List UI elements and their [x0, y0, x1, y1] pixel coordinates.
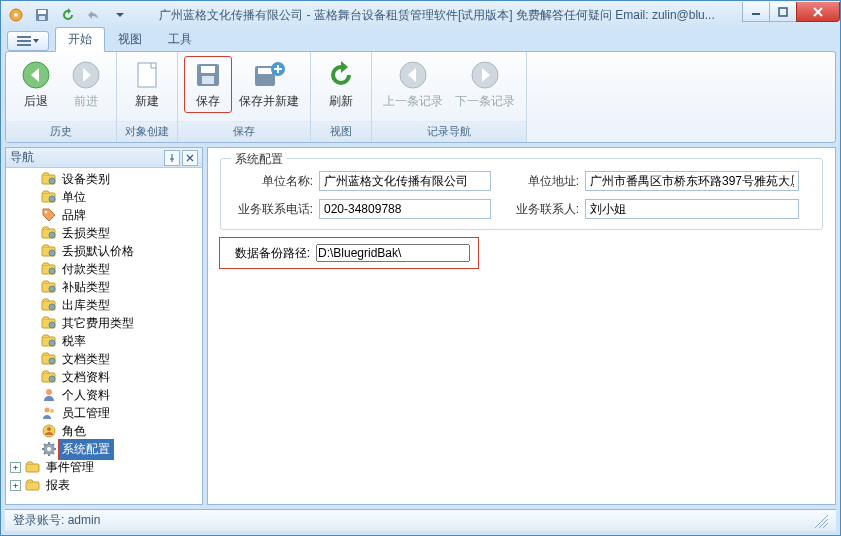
tree-node[interactable]: 丢损默认价格	[24, 242, 202, 260]
save-button[interactable]: 保存	[184, 56, 232, 113]
tree-expander	[26, 426, 37, 437]
svg-point-37	[49, 322, 55, 328]
ribbon-group-label: 保存	[178, 121, 310, 142]
qat-undo-button[interactable]	[83, 4, 105, 26]
tree-expander	[26, 174, 37, 185]
window-controls	[743, 2, 840, 24]
tree-expander	[26, 354, 37, 365]
tree-node[interactable]: 文档类型	[24, 350, 202, 368]
tree-node[interactable]: 丢损类型	[24, 224, 202, 242]
svg-point-29	[49, 250, 55, 256]
tree-node[interactable]: 系统配置	[24, 440, 202, 458]
tree-node-label: 文档类型	[59, 350, 113, 369]
app-menu-button[interactable]	[7, 31, 49, 51]
close-button[interactable]	[796, 2, 840, 22]
resize-grip-icon[interactable]	[814, 514, 828, 528]
nav-pin-button[interactable]	[164, 150, 180, 166]
svg-rect-52	[26, 482, 39, 490]
svg-rect-3	[38, 10, 46, 14]
svg-point-33	[49, 286, 55, 292]
ribbon-group-label: 记录导航	[372, 121, 526, 142]
tab-view[interactable]: 视图	[105, 27, 155, 51]
tree-node[interactable]: 设备类别	[24, 170, 202, 188]
nav-tree[interactable]: 设备类别单位品牌丢损类型丢损默认价格付款类型补贴类型出库类型其它费用类型税率文档…	[6, 168, 202, 504]
tree-node[interactable]: 员工管理	[24, 404, 202, 422]
contact-input[interactable]	[585, 199, 799, 219]
tree-node[interactable]: 角色	[24, 422, 202, 440]
ribbon-group-label: 视图	[311, 121, 371, 142]
tree-node[interactable]: 单位	[24, 188, 202, 206]
tree-expander	[26, 336, 37, 347]
tree-expander	[26, 408, 37, 419]
ribbon-group-save: 保存 保存并新建 保存	[178, 52, 311, 142]
ribbon-group-view: 刷新 视图	[311, 52, 372, 142]
tree-node[interactable]: 品牌	[24, 206, 202, 224]
address-label: 单位地址:	[497, 173, 579, 190]
tree-node[interactable]: 其它费用类型	[24, 314, 202, 332]
tree-expander	[26, 192, 37, 203]
folder-icon	[25, 459, 41, 475]
tree-expander	[26, 300, 37, 311]
tab-tools[interactable]: 工具	[155, 27, 205, 51]
qat-refresh-button[interactable]	[57, 4, 79, 26]
tree-node[interactable]: 付款类型	[24, 260, 202, 278]
new-icon	[133, 60, 161, 90]
nav-close-button[interactable]	[182, 150, 198, 166]
svg-point-43	[49, 376, 55, 382]
system-config-group: 系统配置 单位名称: 单位地址: 业务联系电话: 业务联系人:	[220, 158, 823, 230]
disk-icon	[34, 7, 50, 23]
folder-gear-icon	[41, 243, 57, 259]
chevron-down-icon	[33, 38, 39, 44]
qat-save-button[interactable]	[31, 4, 53, 26]
new-button[interactable]: 新建	[123, 56, 171, 113]
tree-node-label: 品牌	[59, 206, 89, 225]
folder-gear-icon	[41, 315, 57, 331]
people-icon	[41, 405, 57, 421]
tree-node-label: 出库类型	[59, 296, 113, 315]
address-input[interactable]	[585, 171, 799, 191]
tree-node[interactable]: 出库类型	[24, 296, 202, 314]
app-icon[interactable]	[5, 4, 27, 26]
maximize-button[interactable]	[769, 2, 797, 22]
backup-path-highlight: 数据备份路径:	[220, 238, 478, 268]
tree-node-label: 事件管理	[43, 458, 97, 477]
person-icon	[41, 387, 57, 403]
undo-icon	[86, 7, 102, 23]
svg-rect-12	[138, 63, 156, 87]
folder-gear-icon	[41, 279, 57, 295]
tree-node[interactable]: 文档资料	[24, 368, 202, 386]
prev-record-button[interactable]: 上一条记录	[378, 56, 448, 113]
svg-point-48	[47, 427, 51, 431]
svg-point-41	[49, 358, 55, 364]
contact-label: 业务联系人:	[497, 201, 579, 218]
tree-node[interactable]: +事件管理	[8, 458, 202, 476]
tree-expander[interactable]: +	[10, 480, 21, 491]
company-input[interactable]	[319, 171, 491, 191]
qat-dropdown-button[interactable]	[109, 4, 131, 26]
tree-node-label: 丢损默认价格	[59, 242, 137, 261]
tree-node[interactable]: 税率	[24, 332, 202, 350]
svg-rect-8	[17, 40, 31, 42]
svg-point-31	[49, 268, 55, 274]
tree-node[interactable]: 个人资料	[24, 386, 202, 404]
tree-expander	[26, 390, 37, 401]
refresh-green-icon	[60, 7, 76, 23]
tree-node[interactable]: +报表	[8, 476, 202, 494]
svg-point-44	[46, 389, 52, 395]
forward-button[interactable]: 前进	[62, 56, 110, 113]
next-record-button[interactable]: 下一条记录	[450, 56, 520, 113]
tree-node-label: 丢损类型	[59, 224, 113, 243]
back-button[interactable]: 后退	[12, 56, 60, 113]
tree-expander[interactable]: +	[10, 462, 21, 473]
tree-node-label: 设备类别	[59, 170, 113, 189]
save-new-button[interactable]: 保存并新建	[234, 56, 304, 113]
svg-rect-51	[26, 464, 39, 472]
backup-input[interactable]	[316, 244, 470, 262]
svg-rect-6	[779, 8, 787, 16]
refresh-button[interactable]: 刷新	[317, 56, 365, 113]
tab-start[interactable]: 开始	[55, 27, 105, 52]
minimize-button[interactable]	[742, 2, 770, 22]
phone-input[interactable]	[319, 199, 491, 219]
tree-node-label: 员工管理	[59, 404, 113, 423]
tree-node[interactable]: 补贴类型	[24, 278, 202, 296]
